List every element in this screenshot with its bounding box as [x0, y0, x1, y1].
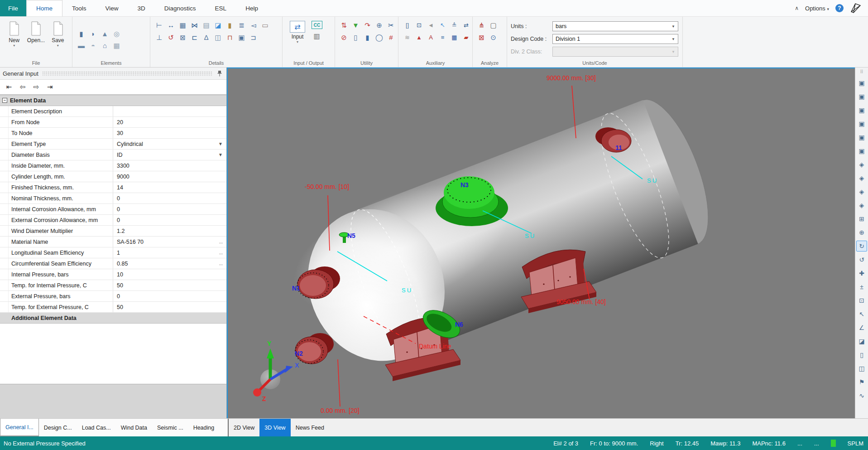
- save-button[interactable]: Save ▾: [48, 20, 68, 47]
- tower-icon[interactable]: ∆: [201, 32, 211, 43]
- jacket-icon[interactable]: ▮: [225, 20, 235, 30]
- view-tab[interactable]: News Feed: [291, 419, 329, 436]
- elliptical-head-icon[interactable]: ◗: [88, 29, 98, 39]
- row-value[interactable]: 0: [113, 291, 226, 301]
- toolbar-grip[interactable]: ⠿: [856, 68, 867, 75]
- open-button[interactable]: Open...: [25, 20, 46, 44]
- row-value[interactable]: 14: [113, 182, 226, 193]
- panel-tab[interactable]: Design C...: [39, 419, 77, 436]
- packing-icon[interactable]: ▦: [177, 20, 188, 30]
- iso-view-sw-icon[interactable]: ◈: [856, 173, 867, 184]
- menu-tab[interactable]: Diagnostics: [155, 0, 206, 16]
- scroll-icon[interactable]: ≋: [402, 32, 412, 43]
- measure-icon[interactable]: ∠: [856, 322, 867, 333]
- view-bottom-icon[interactable]: ▣: [856, 145, 867, 156]
- row-value[interactable]: 3300: [113, 160, 226, 171]
- lifting-lug-icon[interactable]: ⊓: [225, 32, 235, 43]
- camera-icon[interactable]: ▭: [260, 20, 270, 30]
- funnel-icon[interactable]: ▼: [350, 20, 361, 30]
- flag-icon[interactable]: ⚑: [856, 377, 867, 387]
- row-value[interactable]: Cylindrical▼: [113, 139, 226, 149]
- conical-element-icon[interactable]: ▲: [100, 29, 110, 39]
- pointer-icon[interactable]: ◄: [426, 20, 436, 30]
- trunnion-icon[interactable]: ⊐: [248, 32, 259, 43]
- range-swap-icon[interactable]: ⇄: [461, 20, 471, 30]
- row-control-icon[interactable]: ...: [219, 250, 226, 255]
- baffle-icon[interactable]: ≣: [236, 20, 247, 30]
- leg-support-icon[interactable]: ⊥: [154, 32, 164, 43]
- panel-tab[interactable]: Load Cas...: [77, 419, 116, 436]
- new-button[interactable]: New ▾: [4, 20, 24, 47]
- next-element-button[interactable]: ⇨: [31, 82, 42, 92]
- clip-plane-icon[interactable]: ◫: [856, 363, 867, 374]
- help-icon[interactable]: ?: [835, 4, 844, 12]
- pin-icon[interactable]: [216, 69, 224, 77]
- body-flange-icon[interactable]: ⌂: [100, 40, 110, 51]
- liquid-level-icon[interactable]: ◪: [213, 20, 223, 30]
- iso-view-nw-icon[interactable]: ◈: [856, 200, 867, 211]
- row-control-icon[interactable]: ▼: [218, 141, 226, 146]
- collapse-ribbon-icon[interactable]: ∧: [795, 5, 799, 11]
- view-tab[interactable]: 3D View: [259, 419, 290, 436]
- last-element-button[interactable]: ⇥: [44, 82, 55, 92]
- new-report-icon[interactable]: ▢: [488, 20, 499, 30]
- row-value[interactable]: 0: [113, 215, 226, 225]
- orbit-view-icon[interactable]: ↺: [856, 254, 867, 265]
- flip-element-icon[interactable]: ↷: [362, 20, 373, 30]
- row-control-icon[interactable]: ...: [219, 261, 226, 266]
- panel-tab[interactable]: Wind Data: [116, 419, 152, 436]
- row-value[interactable]: 0: [113, 193, 226, 203]
- row-value[interactable]: 9000: [113, 171, 226, 182]
- select-cursor-icon[interactable]: ↖: [856, 309, 867, 319]
- row-value[interactable]: 50: [113, 280, 226, 290]
- skirt-support-icon[interactable]: ▦: [111, 40, 122, 51]
- section-header-additional-element-data[interactable]: Additional Element Data: [0, 313, 226, 324]
- menu-tab[interactable]: Help: [236, 0, 268, 16]
- analyze-icon[interactable]: ⋔: [476, 20, 487, 30]
- tray-icon[interactable]: ▤: [201, 20, 211, 30]
- calculator-icon[interactable]: ▦: [449, 32, 460, 43]
- report-image-icon[interactable]: ▥: [312, 31, 322, 41]
- view-front-icon[interactable]: ▣: [856, 77, 867, 88]
- platform-icon[interactable]: ↔: [166, 20, 176, 30]
- saddle-icon[interactable]: ⋈: [189, 20, 200, 30]
- cc-button[interactable]: CC: [312, 21, 322, 29]
- row-value[interactable]: 0: [113, 204, 226, 214]
- clip-icon[interactable]: ◅: [248, 20, 259, 30]
- row-value[interactable]: 1...: [113, 247, 226, 258]
- menu-tab[interactable]: Tools: [62, 0, 96, 16]
- menu-tab[interactable]: View: [96, 0, 128, 16]
- panel-tab[interactable]: General I...: [0, 419, 39, 436]
- zoom-extents-icon[interactable]: ⊕: [856, 227, 867, 238]
- weight-icon[interactable]: ▣: [236, 32, 247, 43]
- row-value[interactable]: 50: [113, 302, 226, 312]
- view-tab[interactable]: 2D View: [229, 419, 259, 436]
- row-value[interactable]: 1.2: [113, 226, 226, 236]
- view-right-icon[interactable]: ▣: [856, 118, 867, 129]
- file-menu-button[interactable]: File: [0, 0, 26, 16]
- scale-icon[interactable]: ≜: [449, 20, 460, 30]
- collapse-icon[interactable]: −: [2, 98, 7, 103]
- force-moment-icon[interactable]: ↺: [166, 32, 176, 43]
- section-header-element-data[interactable]: − Element Data: [0, 95, 226, 106]
- halfpipe-icon[interactable]: ◫: [213, 32, 223, 43]
- units-dropdown[interactable]: bars ▼: [552, 21, 678, 31]
- input-button[interactable]: ⇄ Input ▾: [286, 20, 309, 44]
- view-top-icon[interactable]: ▣: [856, 132, 867, 143]
- section-view-icon[interactable]: ◪: [856, 336, 867, 347]
- row-value[interactable]: 20: [113, 117, 226, 127]
- rotate-view-icon[interactable]: ↻: [856, 241, 867, 252]
- row-value[interactable]: 10: [113, 269, 226, 280]
- shell-display-icon[interactable]: ▯: [856, 349, 867, 360]
- barrel-icon[interactable]: ▯: [350, 32, 361, 43]
- row-control-icon[interactable]: ...: [219, 239, 226, 244]
- export-icon[interactable]: ▲: [414, 32, 424, 43]
- report-preview-icon[interactable]: ⊙: [488, 32, 499, 43]
- error-check-icon[interactable]: ⊠: [476, 32, 487, 43]
- zoom-in-out-icon[interactable]: ±: [856, 281, 867, 292]
- viewport-3d[interactable]: 9000.00 mm. [30] -50.00 mm. [10] 0.00 mm…: [227, 68, 855, 418]
- cross-brace-icon[interactable]: ⊠: [177, 32, 188, 43]
- split-element-icon[interactable]: ✂: [386, 20, 396, 30]
- basering-icon[interactable]: ⊏: [189, 32, 200, 43]
- zoom-element-icon[interactable]: ⊕: [374, 20, 384, 30]
